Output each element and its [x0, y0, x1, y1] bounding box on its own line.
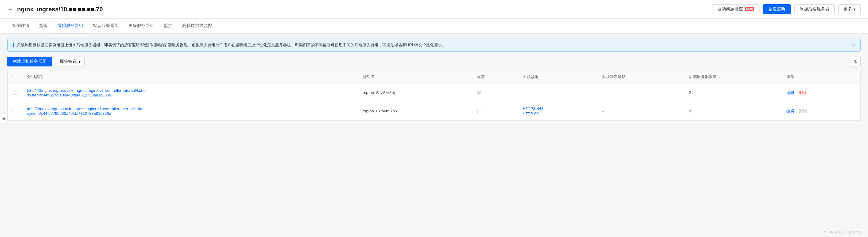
tag-icon: 🏷	[477, 108, 482, 113]
row2-monitor-link-http[interactable]: HTTP:80	[523, 111, 592, 116]
toolbar: 创建虚拟服务器组 标签筛选 ▾ ↻	[0, 57, 868, 70]
create-virtual-group-button[interactable]: 创建虚拟服务器组	[7, 57, 52, 67]
close-icon[interactable]: ✕	[851, 42, 856, 48]
chevron-down-icon: ▾	[79, 59, 81, 64]
row1-name-line2: system/c44f02795e30a40fda4312733a81c336d	[27, 93, 111, 97]
side-collapse-tab[interactable]: ◀	[0, 113, 7, 121]
tab-monitor[interactable]: 监听	[34, 19, 53, 33]
row2-edit-button[interactable]: 编辑	[786, 109, 794, 113]
header-group-id: 分组ID	[358, 71, 472, 84]
header-tags: 标签	[472, 71, 518, 84]
header-related-strategy: 关联转发策略	[597, 71, 684, 84]
row2-group-id: rsp-bp1u7to6mi7p5	[358, 102, 472, 120]
data-table: 分组名称 分组ID 标签 关联监听 关联转发策略 后端服务器数量 操作 k8s/…	[7, 70, 861, 121]
header-left: ← nginx_ingress/10.■■ ■■.■■.70	[7, 6, 103, 13]
tag-icon: 🏷	[477, 90, 482, 95]
tag-filter-label: 标签筛选	[60, 59, 77, 64]
create-monitor-button[interactable]: 创建监听	[763, 4, 791, 14]
tab-primary-backup-group[interactable]: 主备服务器组	[123, 19, 159, 33]
table-row: k8s/443/nginx-ingress-ack-ingress-nginx-…	[8, 84, 860, 102]
page-title: nginx_ingress/10.■■ ■■.■■.70	[17, 6, 103, 13]
more-label: 更多	[843, 6, 852, 12]
tab-instance-detail[interactable]: 实例详情	[7, 19, 34, 33]
header-checkbox-col	[8, 71, 22, 84]
row1-related-monitor: –	[518, 84, 597, 102]
info-text: 负载均衡默认是在实例维度上维护后端服务器组，即实例下的所有监听都使用相同的后端服…	[17, 42, 849, 48]
page-header: ← nginx_ingress/10.■■ ■■.■■.70 自助问题排查 NE…	[0, 0, 868, 19]
table-row: k8s/80/nginx-ingress-ack-ingress-nginx-v…	[8, 102, 860, 120]
row1-tags: 🏷	[472, 84, 518, 102]
info-icon: ℹ	[12, 42, 14, 48]
self-troubleshoot-label: 自助问题排查	[717, 6, 743, 12]
select-all-checkbox[interactable]	[12, 74, 18, 79]
tab-monitoring[interactable]: 监控	[159, 19, 177, 33]
header-group-name: 分组名称	[22, 71, 358, 84]
row1-backend-count: 2	[684, 84, 781, 102]
row1-related-strategy: –	[597, 84, 684, 102]
row2-actions: 编辑 删除	[781, 102, 860, 120]
row2-related-monitor: HTTPS:443 HTTP:80	[518, 102, 597, 120]
tab-high-precision[interactable]: 高精度秒级监控	[177, 19, 217, 33]
row1-checkbox[interactable]	[12, 90, 18, 95]
row1-name-link[interactable]: k8s/443/nginx-ingress-ack-ingress-nginx-…	[27, 88, 147, 97]
header-actions: 操作	[781, 71, 860, 84]
back-button[interactable]: ←	[7, 6, 13, 13]
row2-name-cell: k8s/80/nginx-ingress-ack-ingress-nginx-v…	[22, 102, 358, 120]
self-troubleshoot-button[interactable]: 自助问题排查 NEW	[712, 4, 760, 14]
refresh-button[interactable]: ↻	[851, 57, 861, 67]
row1-name-cell: k8s/443/nginx-ingress-ack-ingress-nginx-…	[22, 84, 358, 102]
more-button[interactable]: 更多 ▾	[838, 4, 861, 14]
tab-default-server-group[interactable]: 默认服务器组	[88, 19, 123, 33]
info-banner: ℹ 负载均衡默认是在实例维度上维护后端服务器组，即实例下的所有监听都使用相同的后…	[7, 38, 861, 52]
chevron-down-icon: ▾	[853, 7, 856, 11]
row2-name-line1: k8s/80/nginx-ingress-ack-ingress-nginx-v…	[27, 107, 145, 111]
new-badge: NEW	[745, 7, 754, 11]
table-header-row: 分组名称 分组ID 标签 关联监听 关联转发策略 后端服务器数量 操作	[8, 71, 860, 84]
row1-checkbox-cell	[8, 84, 22, 102]
row2-checkbox-cell	[8, 102, 22, 120]
add-backend-button[interactable]: 添加后端服务器	[794, 4, 835, 14]
header-right: 自助问题排查 NEW 创建监听 添加后端服务器 更多 ▾	[712, 4, 861, 14]
row1-delete-button[interactable]: 删除	[799, 90, 807, 95]
row2-tags: 🏷	[472, 102, 518, 120]
row2-name-link[interactable]: k8s/80/nginx-ingress-ack-ingress-nginx-v…	[27, 107, 145, 116]
tab-virtual-server-group[interactable]: 虚拟服务器组	[53, 19, 88, 33]
row2-related-strategy: –	[597, 102, 684, 120]
create-monitor-label: 创建监听	[768, 6, 785, 12]
add-backend-label: 添加后端服务器	[800, 6, 830, 12]
row2-backend-count: 2	[684, 102, 781, 120]
tag-filter-button[interactable]: 标签筛选 ▾	[56, 57, 85, 67]
tabs-bar: 实例详情 监听 虚拟服务器组 默认服务器组 主备服务器组 监控 高精度秒级监控	[0, 19, 868, 34]
row2-checkbox[interactable]	[12, 108, 18, 113]
row2-monitor-link-https[interactable]: HTTPS:443	[523, 106, 592, 111]
row1-actions: 编辑 删除	[781, 84, 860, 102]
header-backend-count: 后端服务器数量	[684, 71, 781, 84]
row1-edit-button[interactable]: 编辑	[786, 90, 794, 95]
row1-group-id: rsp-bp18syi5zk5bj	[358, 84, 472, 102]
row2-name-line2: system/c44f02795e30a40fda4312733a81c336d	[27, 111, 111, 116]
row1-name-line1: k8s/443/nginx-ingress-ack-ingress-nginx-…	[27, 88, 147, 93]
row2-delete-button: 删除	[799, 109, 807, 113]
header-related-monitor: 关联监听	[518, 71, 597, 84]
